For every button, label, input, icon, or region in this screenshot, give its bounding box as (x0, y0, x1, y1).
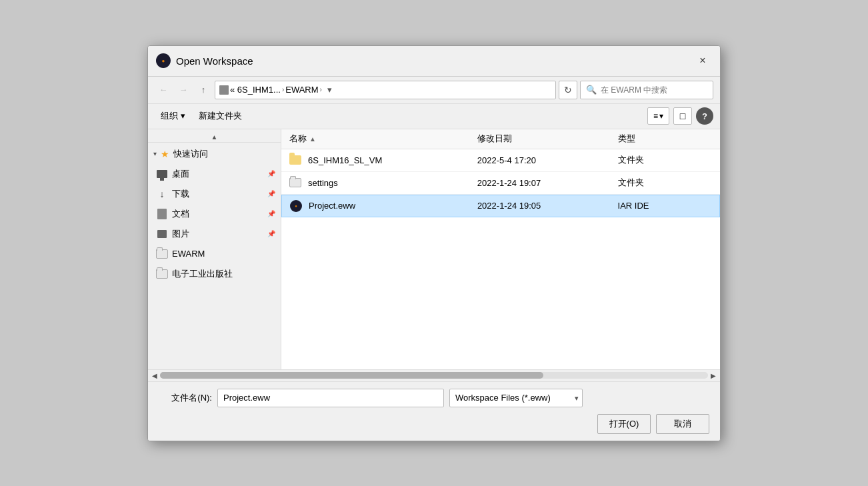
pictures-icon (156, 228, 168, 240)
dialog-title: Open Workspace (176, 55, 253, 67)
path-chevron1: › (282, 86, 284, 93)
filename-row: 文件名(N): Workspace Files (*.eww) (159, 389, 709, 407)
sidebar-item-downloads[interactable]: ↓ 下载 📌 (148, 184, 281, 204)
eww-file-icon: ● (290, 200, 302, 212)
view-dropdown-icon: ▾ (659, 111, 663, 121)
file-type-2: IAR IDE (618, 201, 711, 211)
bottom-area: 文件名(N): Workspace Files (*.eww) 打开(O) 取消 (148, 381, 720, 441)
path-text2: EWARM (285, 85, 318, 95)
h-scroll-right-arrow[interactable]: ▶ (708, 370, 719, 381)
forward-button[interactable]: → (175, 81, 192, 99)
back-button[interactable]: ← (155, 81, 172, 99)
action-row: 打开(O) 取消 (159, 414, 709, 434)
sidebar-item-desktop-label: 桌面 (172, 168, 189, 180)
refresh-button[interactable]: ↻ (559, 81, 577, 99)
file-date-1: 2022-1-24 19:07 (477, 178, 618, 188)
toolbar-right: ≡ ▾ □ ? (647, 107, 713, 125)
path-dropdown-button[interactable]: ▾ (323, 81, 337, 99)
up-button[interactable]: ↑ (195, 81, 212, 99)
sidebar-scroll-up[interactable]: ▲ (148, 132, 281, 143)
quick-access-label: 快速访问 (173, 148, 208, 160)
sort-arrow-name: ▲ (309, 135, 316, 143)
path-text1: « 6S_IHM1... (230, 85, 281, 95)
app-icon: ● (156, 53, 171, 68)
sidebar-item-downloads-label: 下载 (172, 188, 189, 200)
title-bar: ● Open Workspace × (148, 46, 720, 77)
sidebar-item-documents[interactable]: 文档 📌 (148, 204, 281, 224)
sidebar-item-pictures[interactable]: 图片 📌 (148, 224, 281, 244)
file-row-0[interactable]: 6S_IHM16_SL_VM 2022-5-4 17:20 文件夹 (281, 149, 720, 172)
sidebar-item-documents-label: 文档 (172, 208, 189, 220)
h-scrollbar-track (160, 372, 708, 379)
cancel-button[interactable]: 取消 (656, 414, 709, 434)
file-date-0: 2022-5-4 17:20 (477, 155, 618, 165)
column-type-header[interactable]: 类型 (618, 133, 712, 145)
sidebar-item-publisher[interactable]: 电子工业出版社 (148, 264, 281, 284)
file-name-2: ● Project.eww (290, 200, 477, 212)
expand-icon: ▾ (153, 150, 157, 157)
h-scroll-left-arrow[interactable]: ◀ (149, 370, 160, 381)
search-box: 🔍 (580, 81, 713, 99)
h-scrollbar-thumb[interactable] (160, 372, 543, 379)
column-date-header[interactable]: 修改日期 (477, 133, 618, 145)
pin-icon-dl: 📌 (267, 190, 275, 197)
sidebar: ▲ ▾ ★ 快速访问 桌面 📌 ↓ (148, 129, 281, 369)
main-area: ▲ ▾ ★ 快速访问 桌面 📌 ↓ (148, 129, 720, 369)
column-name-header[interactable]: 名称 ▲ (289, 133, 477, 145)
file-type-0: 文件夹 (618, 154, 712, 166)
file-row-2[interactable]: ● Project.eww 2022-1-24 19:05 IAR IDE (281, 195, 720, 217)
sidebar-item-quick-access[interactable]: ▾ ★ 快速访问 (148, 144, 281, 164)
pin-icon-doc: 📌 (267, 210, 275, 217)
desktop-icon (156, 168, 168, 180)
filetype-wrapper: Workspace Files (*.eww) (449, 389, 583, 407)
new-folder-button[interactable]: 新建文件夹 (193, 107, 248, 125)
sidebar-item-ewarm[interactable]: EWARM (148, 244, 281, 264)
documents-icon (156, 208, 168, 220)
new-folder-label: 新建文件夹 (199, 110, 242, 122)
organize-label: 组织 ▾ (161, 110, 185, 122)
sidebar-item-desktop[interactable]: 桌面 📌 (148, 164, 281, 184)
filename-label: 文件名(N): (159, 392, 212, 404)
file-date-2: 2022-1-24 19:05 (477, 201, 618, 211)
open-button[interactable]: 打开(O) (597, 414, 651, 434)
organize-button[interactable]: 组织 ▾ (155, 107, 191, 125)
file-list-header: 名称 ▲ 修改日期 类型 (281, 129, 720, 149)
folder-icon-1 (289, 177, 301, 189)
sidebar-quick-access: ▾ ★ 快速访问 桌面 📌 ↓ 下载 📌 (148, 143, 281, 285)
help-button[interactable]: ? (696, 107, 713, 125)
ewarm-folder-icon (156, 248, 168, 260)
path-chevron2: › (320, 86, 322, 93)
view-icon: ≡ (653, 111, 658, 121)
file-list: 名称 ▲ 修改日期 类型 6S_IHM16_SL_VM 2022 (281, 129, 720, 369)
sidebar-item-publisher-label: 电子工业出版社 (172, 268, 233, 280)
file-type-1: 文件夹 (618, 177, 712, 189)
filetype-select[interactable]: Workspace Files (*.eww) (449, 389, 583, 407)
publisher-folder-icon (156, 268, 168, 280)
file-name-1: settings (289, 177, 477, 189)
view-button[interactable]: ≡ ▾ (647, 107, 669, 125)
path-folder-icon (219, 85, 229, 95)
search-input[interactable] (601, 85, 694, 95)
toolbar: 组织 ▾ 新建文件夹 ≡ ▾ □ ? (148, 104, 720, 129)
title-left: ● Open Workspace (156, 53, 253, 68)
download-icon: ↓ (156, 188, 168, 200)
filename-input[interactable] (217, 389, 444, 407)
file-row-1[interactable]: settings 2022-1-24 19:07 文件夹 (281, 172, 720, 195)
horizontal-scrollbar[interactable]: ◀ ▶ (148, 369, 720, 381)
pin-icon: 📌 (267, 170, 275, 177)
address-path[interactable]: « 6S_IHM1... › EWARM › ▾ (215, 81, 556, 99)
path-segment1: « 6S_IHM1... › EWARM › (230, 85, 322, 95)
address-bar: ← → ↑ « 6S_IHM1... › EWARM › ▾ ↻ 🔍 (148, 77, 720, 104)
sidebar-item-pictures-label: 图片 (172, 228, 189, 240)
star-icon: ★ (161, 149, 169, 159)
toolbar-left: 组织 ▾ 新建文件夹 (155, 107, 248, 125)
close-button[interactable]: × (693, 51, 712, 70)
preview-toggle-button[interactable]: □ (673, 107, 692, 125)
file-name-0: 6S_IHM16_SL_VM (289, 154, 477, 166)
folder-icon-0 (289, 154, 301, 166)
open-workspace-dialog: ● Open Workspace × ← → ↑ « 6S_IHM1... › … (147, 45, 721, 441)
search-icon: 🔍 (586, 85, 597, 95)
sidebar-item-ewarm-label: EWARM (172, 249, 205, 259)
pin-icon-pic: 📌 (267, 230, 275, 237)
